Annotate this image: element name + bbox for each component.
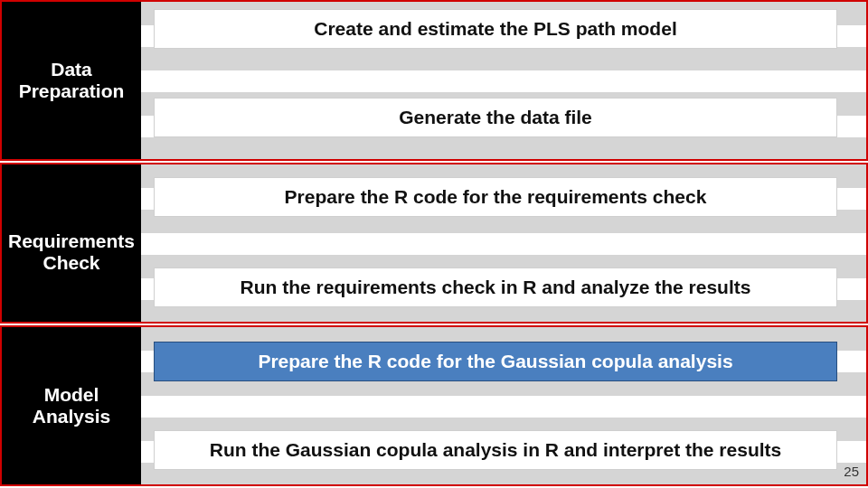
step-prepare-r-copula: Prepare the R code for the Gaussian copu… <box>154 342 837 381</box>
step-text: Prepare the R code for the Gaussian copu… <box>258 351 732 372</box>
step-text: Run the Gaussian copula analysis in R an… <box>210 439 781 461</box>
section-label-text: Data Preparation <box>19 59 125 102</box>
step-create-pls-model: Create and estimate the PLS path model <box>154 9 837 49</box>
section-label-model-analysis: Model Analysis <box>2 327 141 484</box>
section-label-text: Model Analysis <box>33 384 110 427</box>
step-text: Prepare the R code for the requirements … <box>285 186 707 208</box>
section-label-data-preparation: Data Preparation <box>2 2 141 159</box>
step-text: Run the requirements check in R and anal… <box>241 277 751 298</box>
process-diagram-slide: Data Preparation Requirements Check Mode… <box>0 0 868 488</box>
step-text: Create and estimate the PLS path model <box>314 18 676 40</box>
step-run-copula-analysis: Run the Gaussian copula analysis in R an… <box>154 430 837 470</box>
page-number: 25 <box>844 464 859 479</box>
step-prepare-r-requirements: Prepare the R code for the requirements … <box>154 177 837 217</box>
step-run-requirements-check: Run the requirements check in R and anal… <box>154 267 837 307</box>
step-generate-data-file: Generate the data file <box>154 98 837 137</box>
section-label-text: Requirements Check <box>8 230 135 274</box>
section-label-requirements-check: Requirements Check <box>2 164 141 322</box>
step-text: Generate the data file <box>399 107 592 128</box>
